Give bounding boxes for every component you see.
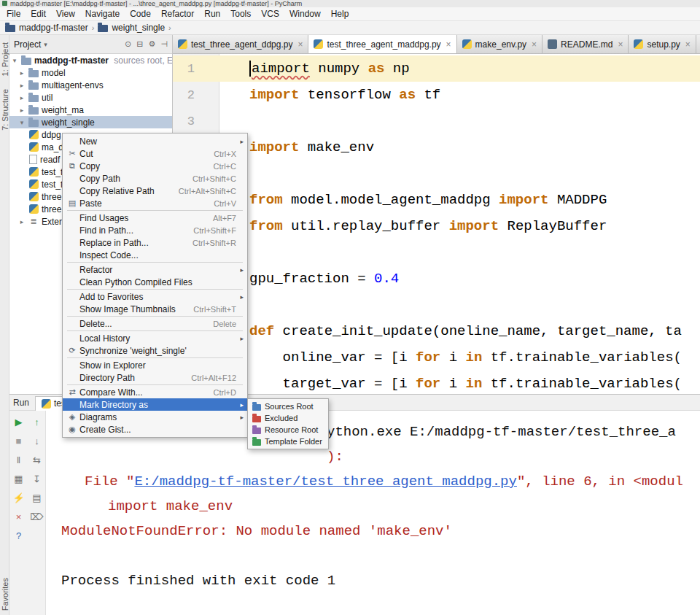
editor-tab-test-three-agent-maddpg-py[interactable]: test_three_agent_maddpg.py× xyxy=(308,35,456,53)
tool-button-1-project[interactable]: 1: Project xyxy=(0,42,9,76)
tree-item-weight-single[interactable]: ▾weight_single xyxy=(9,116,172,128)
tree-item-multiagent-envs[interactable]: ▸multiagent-envs xyxy=(9,79,172,91)
editor-line-7[interactable]: 7from util.replay_buffer import ReplayBu… xyxy=(173,213,700,239)
context-menu-item-compare-with[interactable]: ⇄Compare With...Ctrl+D xyxy=(63,386,247,398)
editor-line-12[interactable]: 12 online_var = [i for i in tf.trainable… xyxy=(173,344,700,371)
editor-line-4[interactable]: 4import make_env xyxy=(173,134,700,160)
collapsed-arrow-icon[interactable]: ▸ xyxy=(18,82,26,89)
context-menu-item-find-in-path[interactable]: Find in Path...Ctrl+Shift+F xyxy=(63,224,247,236)
collapse-all-icon[interactable]: ⊟ xyxy=(136,39,143,49)
editor-line-2[interactable]: 2import tensorflow as tf xyxy=(173,82,700,108)
menubar-item-navigate[interactable]: Navigate xyxy=(80,7,125,20)
context-menu-item-diagrams[interactable]: ◈Diagrams▸ xyxy=(63,411,247,423)
close-tab-icon[interactable]: × xyxy=(298,39,303,50)
context-menu-item-copy-relative-path[interactable]: Copy Relative PathCtrl+Alt+Shift+C xyxy=(63,185,247,197)
stacktrace-link[interactable]: E:/maddpg-tf-master/test_three_agent_mad… xyxy=(134,473,517,490)
help-icon[interactable]: ? xyxy=(16,530,21,542)
tree-item-util[interactable]: ▸util xyxy=(9,91,172,104)
context-menu-item-new[interactable]: New▸ xyxy=(63,135,247,147)
context-menu-item-clean-python-compiled-files[interactable]: Clean Python Compiled Files xyxy=(63,276,247,288)
submenu-item-template-folder[interactable]: Template Folder xyxy=(248,436,328,447)
context-menu-item-directory-path[interactable]: Directory PathCtrl+Alt+F12 xyxy=(63,371,247,384)
editor-line-13[interactable]: 13 target_var = [i for i in tf.trainable… xyxy=(173,371,700,394)
down-stack-trace-icon[interactable]: ↓ xyxy=(34,436,39,447)
pause-output-icon[interactable]: ‖ xyxy=(17,455,20,466)
editor-line-9[interactable]: 9gpu_fraction = 0.4 xyxy=(173,266,700,292)
tool-button-7-structure[interactable]: 7: Structure xyxy=(0,89,9,131)
context-menu-item-find-usages[interactable]: Find UsagesAlt+F7 xyxy=(63,212,247,224)
line-number[interactable]: 2 xyxy=(173,88,219,102)
tree-item-root[interactable]: ▾maddpg-tf-master sources root, E:\ xyxy=(9,54,172,66)
restore-layout-icon[interactable]: ▦ xyxy=(14,473,23,485)
context-menu-item-replace-in-path[interactable]: Replace in Path...Ctrl+Shift+R xyxy=(63,236,247,249)
context-menu-item-show-in-explorer[interactable]: Show in Explorer xyxy=(63,359,247,371)
context-menu-item-create-gist[interactable]: ◉Create Gist... xyxy=(63,423,247,436)
context-menu-item-show-image-thumbnails[interactable]: Show Image ThumbnailsCtrl+Shift+T xyxy=(63,303,247,315)
kill-process-icon[interactable]: ⚡ xyxy=(12,492,24,504)
editor-line-6[interactable]: 6from model.model_agent_maddpg import MA… xyxy=(173,187,700,213)
breadcrumb-item-weight-single[interactable]: weight_single xyxy=(98,23,165,33)
editor-line-8[interactable]: 8 xyxy=(173,239,700,266)
editor[interactable]: 1aimport numpy as np2import tensorflow a… xyxy=(173,54,700,394)
collapsed-arrow-icon[interactable]: ▸ xyxy=(18,107,26,114)
close-icon[interactable]: × xyxy=(16,511,22,523)
context-menu-item-cut[interactable]: ✂CutCtrl+X xyxy=(63,147,247,160)
menubar-item-window[interactable]: Window xyxy=(284,7,326,20)
soft-wrap-icon[interactable]: ⇆ xyxy=(33,455,41,466)
menubar-item-code[interactable]: Code xyxy=(125,7,156,20)
submenu-item-excluded[interactable]: Excluded xyxy=(248,412,328,424)
collapsed-arrow-icon[interactable]: ▸ xyxy=(18,218,26,225)
chevron-down-icon[interactable]: ▾ xyxy=(44,41,47,48)
tool-button-favorites[interactable]: Favorites xyxy=(0,578,9,611)
editor-tab-readme-md[interactable]: README.md× xyxy=(542,35,629,53)
breadcrumb-item-maddpg-tf-master[interactable]: maddpg-tf-master xyxy=(5,23,88,33)
line-number[interactable]: 1 xyxy=(173,62,219,76)
context-menu-item-refactor[interactable]: Refactor▸ xyxy=(63,263,247,276)
menubar-item-vcs[interactable]: VCS xyxy=(256,7,284,20)
hide-panel-icon[interactable]: ⊣ xyxy=(160,39,168,49)
editor-tab-i[interactable]: _i× xyxy=(696,35,700,53)
context-menu-item-mark-directory-as[interactable]: Mark Directory as▸ xyxy=(63,398,247,411)
expanded-arrow-icon[interactable]: ▾ xyxy=(18,119,26,126)
scroll-to-end-icon[interactable]: ↧ xyxy=(33,473,41,485)
menubar-item-tools[interactable]: Tools xyxy=(225,7,256,20)
context-menu-item-copy[interactable]: ⧉CopyCtrl+C xyxy=(63,160,247,172)
context-menu-item-delete[interactable]: Delete...Delete xyxy=(63,317,247,330)
menubar-item-refactor[interactable]: Refactor xyxy=(156,7,199,20)
editor-tab-make-env-py[interactable]: make_env.py× xyxy=(457,35,543,53)
context-menu-item-paste[interactable]: ▤PasteCtrl+V xyxy=(63,197,247,209)
editor-line-3[interactable]: 3 xyxy=(173,108,700,134)
editor-line-5[interactable]: 5 xyxy=(173,160,700,187)
print-icon[interactable]: ▤ xyxy=(32,492,41,504)
collapsed-arrow-icon[interactable]: ▸ xyxy=(18,94,26,101)
settings-icon[interactable]: ⚙ xyxy=(149,39,156,49)
context-menu-item-copy-path[interactable]: Copy PathCtrl+Shift+C xyxy=(63,172,247,185)
collapsed-arrow-icon[interactable]: ▸ xyxy=(18,69,26,77)
menubar-item-view[interactable]: View xyxy=(51,7,80,20)
context-menu-item-add-to-favorites[interactable]: Add to Favorites▸ xyxy=(63,290,247,303)
submenu-item-resource-root[interactable]: Resource Root xyxy=(248,424,328,436)
close-tab-icon[interactable]: × xyxy=(446,39,451,50)
context-menu-item-synchronize-weight-single[interactable]: ⟳Synchronize 'weight_single' xyxy=(63,344,247,357)
locate-icon[interactable]: ⊙ xyxy=(125,39,131,49)
stop-icon[interactable]: ■ xyxy=(16,436,22,447)
close-tab-icon[interactable]: × xyxy=(685,39,691,50)
menubar-item-file[interactable]: File xyxy=(1,7,26,20)
menubar-item-help[interactable]: Help xyxy=(326,7,354,20)
context-menu-item-inspect-code[interactable]: Inspect Code... xyxy=(63,249,247,261)
menubar-item-run[interactable]: Run xyxy=(199,7,225,20)
menubar-item-edit[interactable]: Edit xyxy=(26,7,51,20)
close-tab-icon[interactable]: × xyxy=(618,39,623,50)
expanded-arrow-icon[interactable]: ▾ xyxy=(11,57,18,64)
line-number[interactable]: 3 xyxy=(173,115,219,128)
tree-item-model[interactable]: ▸model xyxy=(9,66,172,79)
clear-all-icon[interactable]: ⌦ xyxy=(30,511,43,523)
close-tab-icon[interactable]: × xyxy=(532,39,537,50)
editor-line-1[interactable]: 1aimport numpy as np xyxy=(173,55,700,82)
up-stack-trace-icon[interactable]: ↑ xyxy=(34,417,39,428)
submenu-item-sources-root[interactable]: Sources Root xyxy=(248,401,328,412)
tree-item-weight-ma[interactable]: ▸weight_ma xyxy=(9,104,172,116)
editor-tab-setup-py[interactable]: setup.py× xyxy=(629,35,696,53)
editor-line-11[interactable]: 11def create_init_update(oneline_name, t… xyxy=(173,318,700,344)
editor-line-10[interactable]: 10 xyxy=(173,292,700,318)
